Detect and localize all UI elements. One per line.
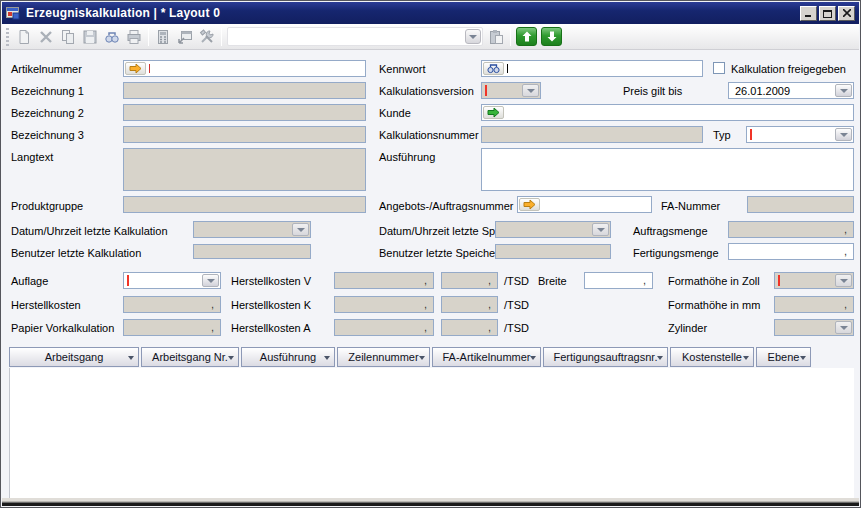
kunde-label: Kunde: [379, 107, 411, 119]
copy-icon[interactable]: [57, 26, 79, 47]
kunde-field[interactable]: [481, 104, 854, 121]
column-dropdown-icon[interactable]: [800, 356, 806, 360]
required-marker: [485, 85, 487, 96]
report-icon[interactable]: [152, 26, 174, 47]
save-icon[interactable]: [79, 26, 101, 47]
layout-combobox[interactable]: [227, 27, 483, 46]
auflage-field[interactable]: [123, 272, 221, 289]
title-bar: Erzeugniskalkulation | * Layout 0: [2, 2, 859, 24]
column-header-ausfuehrung[interactable]: Ausführung: [241, 347, 335, 367]
bezeichnung1-label: Bezeichnung 1: [11, 85, 84, 97]
herstellkosten-a-label: Herstellkosten A: [231, 322, 310, 334]
toolbar-grip[interactable]: [6, 28, 9, 46]
breite-field[interactable]: ,: [584, 272, 653, 289]
produktgruppe-label: Produktgruppe: [11, 200, 83, 212]
tools-icon[interactable]: [196, 26, 218, 47]
move-up-icon[interactable]: [516, 27, 537, 46]
move-down-icon[interactable]: [541, 27, 562, 46]
go-arrow-icon[interactable]: [483, 106, 504, 119]
typ-field[interactable]: [746, 126, 854, 143]
lookup-arrow-icon[interactable]: [519, 198, 540, 211]
auftragsmenge-field: ,: [728, 221, 854, 238]
find-icon[interactable]: [101, 26, 123, 47]
dropdown-icon[interactable]: [835, 321, 852, 334]
bezeichnung2-label: Bezeichnung 2: [11, 107, 84, 119]
find-binoculars-icon[interactable]: [483, 62, 504, 75]
dropdown-icon[interactable]: [522, 84, 539, 97]
column-dropdown-icon[interactable]: [419, 356, 425, 360]
grid-body[interactable]: [9, 368, 854, 500]
column-label: FA-Artikelnummer: [442, 351, 530, 363]
auftragsmenge-label: Auftragsmenge: [633, 225, 708, 237]
maximize-button[interactable]: [819, 6, 836, 21]
kalkulation-freigegeben-checkbox[interactable]: [713, 62, 725, 74]
toolbar: [2, 24, 859, 50]
typ-label: Typ: [713, 129, 731, 141]
column-header-arbeitsgang[interactable]: Arbeitsgang: [9, 347, 139, 367]
dropdown-icon[interactable]: [835, 274, 852, 287]
column-header-fertigungsauftragsnr[interactable]: Fertigungsauftragsnr.: [543, 347, 668, 367]
zylinder-field[interactable]: [774, 319, 854, 336]
kalkulationsversion-field[interactable]: [481, 82, 541, 99]
dropdown-icon[interactable]: [835, 128, 852, 141]
preis-gilt-bis-label: Preis gilt bis: [623, 85, 682, 97]
window-bottom-frame: [2, 498, 859, 506]
herstellkosten-k-label: Herstellkosten K: [231, 299, 311, 311]
text-caret: [149, 64, 150, 73]
kalkulationsversion-label: Kalkulationsversion: [379, 85, 474, 97]
bezeichnung2-field: [123, 104, 366, 121]
formathoehe-zoll-label: Formathöhe in Zoll: [668, 275, 760, 287]
paste-icon[interactable]: [485, 26, 507, 47]
herstellkosten-k-field1: ,: [334, 296, 434, 313]
formathoehe-mm-label: Formathöhe in mm: [668, 299, 760, 311]
fertigungsmenge-label: Fertigungsmenge: [633, 247, 719, 259]
toolbar-separator: [510, 28, 511, 46]
column-dropdown-icon[interactable]: [128, 356, 134, 360]
herstellkosten-label: Herstellkosten: [11, 299, 81, 311]
print-icon[interactable]: [123, 26, 145, 47]
fertigungsmenge-field[interactable]: ,: [728, 243, 854, 260]
ausfuehrung-label: Ausführung: [379, 151, 435, 163]
window-title: Erzeugniskalkulation | * Layout 0: [26, 6, 220, 20]
column-dropdown-icon[interactable]: [530, 356, 536, 360]
column-header-zeilennummer[interactable]: Zeilennummer: [337, 347, 430, 367]
kalkulation-freigegeben-label: Kalkulation freigegeben: [731, 63, 846, 75]
dropdown-icon[interactable]: [202, 274, 219, 287]
dropdown-icon[interactable]: [292, 223, 309, 236]
kennwort-field[interactable]: [481, 60, 703, 77]
papier-vorkalkulation-field: ,: [123, 319, 221, 336]
column-dropdown-icon[interactable]: [743, 356, 749, 360]
herstellkosten-v-field1: ,: [334, 272, 434, 289]
column-dropdown-icon[interactable]: [657, 356, 663, 360]
column-header-kostenstelle[interactable]: Kostenstelle: [670, 347, 754, 367]
column-label: Kostenstelle: [682, 351, 742, 363]
ausfuehrung-field[interactable]: [481, 148, 854, 191]
formathoehe-zoll-field[interactable]: [774, 272, 854, 289]
preis-gilt-bis-field[interactable]: 26.01.2009: [728, 82, 854, 99]
column-header-ebene[interactable]: Ebene: [756, 347, 811, 367]
close-button[interactable]: [838, 6, 855, 21]
angebots-auftragsnummer-label: Angebots-/Auftragsnummer: [379, 200, 514, 212]
column-header-fa-artikelnummer[interactable]: FA-Artikelnummer: [432, 347, 541, 367]
langtext-label: Langtext: [11, 151, 53, 163]
herstellkosten-a-field1: ,: [334, 319, 434, 336]
minimize-button[interactable]: [800, 6, 817, 21]
papier-vorkalkulation-label: Papier Vorkalkulation: [11, 322, 114, 334]
column-header-arbeitsgang-nr[interactable]: Arbeitsgang Nr.: [141, 347, 239, 367]
artikelnummer-field[interactable]: [123, 60, 366, 77]
dropdown-icon[interactable]: [592, 223, 609, 236]
required-marker: [127, 275, 129, 286]
angebots-auftragsnummer-field[interactable]: [517, 196, 652, 213]
text-caret: [507, 64, 508, 73]
breite-label: Breite: [538, 275, 567, 287]
dropdown-icon[interactable]: [835, 84, 852, 97]
column-dropdown-icon[interactable]: [324, 356, 330, 360]
benutzer-kalkulation-field: [193, 244, 311, 259]
delete-icon[interactable]: [35, 26, 57, 47]
column-dropdown-icon[interactable]: [228, 356, 234, 360]
lookup-arrow-icon[interactable]: [125, 62, 146, 75]
new-icon[interactable]: [13, 26, 35, 47]
combo-dropdown-icon[interactable]: [465, 29, 481, 44]
column-label: Zeilennummer: [348, 351, 418, 363]
detach-window-icon[interactable]: [174, 26, 196, 47]
